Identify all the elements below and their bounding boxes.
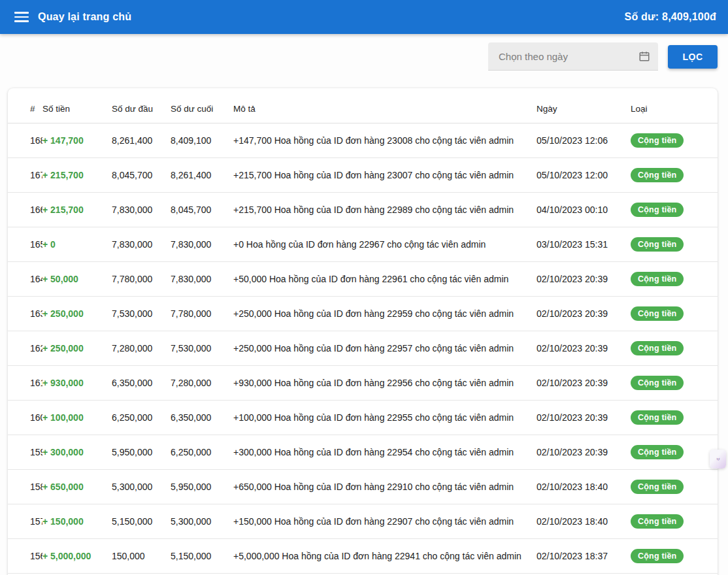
row-closing-balance: 7,830,000 bbox=[171, 262, 233, 297]
row-closing-balance: 8,045,700 bbox=[171, 193, 233, 227]
row-amount: + 0 bbox=[42, 227, 112, 262]
status-badge: Cộng tiền bbox=[631, 237, 684, 252]
row-amount: + 650,000 bbox=[42, 470, 112, 504]
table-row: 158 + 650,000 5,300,000 5,950,000 +650,0… bbox=[8, 470, 718, 504]
row-opening-balance: 150,000 bbox=[112, 539, 171, 574]
col-header-index: # bbox=[8, 88, 42, 123]
row-description: +0 Hoa hồng của ID đơn hàng 22967 cho cộ… bbox=[233, 227, 537, 262]
balance-label: Số dư: 8,409,100đ bbox=[625, 11, 716, 23]
row-opening-balance: 7,830,000 bbox=[112, 227, 171, 262]
status-badge: Cộng tiền bbox=[631, 549, 684, 563]
row-date: 02/10/2023 20:39 bbox=[537, 297, 631, 331]
row-description: +215,700 Hoa hồng của ID đơn hàng 23007 … bbox=[233, 158, 537, 193]
status-badge: Cộng tiền bbox=[631, 410, 684, 425]
row-date: 02/10/2023 20:39 bbox=[537, 401, 631, 435]
row-date: 05/10/2023 12:00 bbox=[537, 158, 631, 193]
row-opening-balance: 5,300,000 bbox=[112, 470, 171, 504]
row-amount: + 300,000 bbox=[42, 435, 112, 470]
row-description: +100,000 Hoa hồng của ID đơn hàng 22955 … bbox=[233, 401, 537, 435]
col-header-closing: Số dư cuối bbox=[171, 88, 233, 123]
row-index: 161 bbox=[8, 366, 42, 401]
row-description: +215,700 Hoa hồng của ID đơn hàng 22989 … bbox=[233, 193, 537, 227]
table-row: 163 + 250,000 7,530,000 7,780,000 +250,0… bbox=[8, 297, 718, 331]
calendar-icon[interactable] bbox=[638, 50, 650, 62]
row-index: 167 bbox=[8, 158, 42, 193]
row-index: 162 bbox=[8, 331, 42, 366]
row-amount: + 147,700 bbox=[42, 123, 112, 158]
row-opening-balance: 7,780,000 bbox=[112, 262, 171, 297]
row-closing-balance: 5,950,000 bbox=[171, 470, 233, 504]
back-to-home-link[interactable]: Quay lại trang chủ bbox=[38, 11, 131, 23]
filter-button[interactable]: LỌC bbox=[668, 45, 718, 69]
row-opening-balance: 8,261,400 bbox=[112, 123, 171, 158]
row-amount: + 5,000,000 bbox=[42, 539, 112, 574]
date-filter-input[interactable]: Chọn theo ngày bbox=[488, 42, 658, 71]
menu-icon[interactable] bbox=[14, 12, 29, 22]
row-date: 05/10/2023 12:06 bbox=[537, 123, 631, 158]
row-index: 168 bbox=[8, 123, 42, 158]
row-date: 02/10/2023 20:39 bbox=[537, 366, 631, 401]
row-amount: + 215,700 bbox=[42, 193, 112, 227]
row-closing-balance: 6,350,000 bbox=[171, 401, 233, 435]
row-date: 02/10/2023 18:40 bbox=[537, 504, 631, 539]
row-date: 02/10/2023 18:40 bbox=[537, 470, 631, 504]
col-header-type: Loại bbox=[631, 88, 718, 123]
row-index: 164 bbox=[8, 262, 42, 297]
row-date: 04/10/2023 00:10 bbox=[537, 193, 631, 227]
status-badge: Cộng tiền bbox=[631, 272, 684, 286]
table-row: 156 + 5,000,000 150,000 5,150,000 +5,000… bbox=[8, 539, 718, 574]
row-closing-balance: 8,409,100 bbox=[171, 123, 233, 158]
status-badge: Cộng tiền bbox=[631, 203, 684, 217]
table-row: 164 + 50,000 7,780,000 7,830,000 +50,000… bbox=[8, 262, 718, 297]
row-index: 166 bbox=[8, 193, 42, 227]
row-index: 157 bbox=[8, 504, 42, 539]
row-index: 163 bbox=[8, 297, 42, 331]
status-badge: Cộng tiền bbox=[631, 445, 684, 459]
status-badge: Cộng tiền bbox=[631, 341, 684, 355]
col-header-opening: Số dư đầu bbox=[112, 88, 171, 123]
table-row: 159 + 300,000 5,950,000 6,250,000 +300,0… bbox=[8, 435, 718, 470]
row-description: +5,000,000 Hoa hồng của ID đơn hàng 2294… bbox=[233, 539, 537, 574]
row-description: +650,000 Hoa hồng của ID đơn hàng 22910 … bbox=[233, 470, 537, 504]
row-index: 160 bbox=[8, 401, 42, 435]
table-row: 161 + 930,000 6,350,000 7,280,000 +930,0… bbox=[8, 366, 718, 401]
row-index: 159 bbox=[8, 435, 42, 470]
row-opening-balance: 7,280,000 bbox=[112, 331, 171, 366]
row-description: +250,000 Hoa hồng của ID đơn hàng 22957 … bbox=[233, 331, 537, 366]
transactions-body: 168 + 147,700 8,261,400 8,409,100 +147,7… bbox=[8, 123, 718, 575]
status-badge: Cộng tiền bbox=[631, 306, 684, 321]
table-row: 168 + 147,700 8,261,400 8,409,100 +147,7… bbox=[8, 123, 718, 158]
row-closing-balance: 5,150,000 bbox=[171, 539, 233, 574]
row-date: 02/10/2023 20:39 bbox=[537, 331, 631, 366]
table-row: 165 + 0 7,830,000 7,830,000 +0 Hoa hồng … bbox=[8, 227, 718, 262]
row-closing-balance: 6,250,000 bbox=[171, 435, 233, 470]
row-index: 156 bbox=[8, 539, 42, 574]
table-row: 162 + 250,000 7,280,000 7,530,000 +250,0… bbox=[8, 331, 718, 366]
row-opening-balance: 6,250,000 bbox=[112, 401, 171, 435]
row-amount: + 100,000 bbox=[42, 401, 112, 435]
row-closing-balance: 5,300,000 bbox=[171, 504, 233, 539]
transactions-card: # Số tiền Số dư đầu Số dư cuối Mô tả Ngà… bbox=[8, 88, 718, 575]
row-opening-balance: 7,830,000 bbox=[112, 193, 171, 227]
row-description: +250,000 Hoa hồng của ID đơn hàng 22959 … bbox=[233, 297, 537, 331]
filter-row: Chọn theo ngày LỌC bbox=[0, 34, 728, 80]
row-index: 158 bbox=[8, 470, 42, 504]
status-badge: Cộng tiền bbox=[631, 514, 684, 529]
date-filter-placeholder: Chọn theo ngày bbox=[499, 51, 638, 62]
row-opening-balance: 5,950,000 bbox=[112, 435, 171, 470]
side-widget-button[interactable]: ›.‹ bbox=[710, 450, 726, 468]
row-date: 02/10/2023 20:39 bbox=[537, 262, 631, 297]
row-date: 03/10/2023 15:31 bbox=[537, 227, 631, 262]
row-amount: + 50,000 bbox=[42, 262, 112, 297]
col-header-description: Mô tả bbox=[233, 88, 537, 123]
status-badge: Cộng tiền bbox=[631, 480, 684, 494]
row-date: 02/10/2023 20:39 bbox=[537, 435, 631, 470]
row-closing-balance: 7,830,000 bbox=[171, 227, 233, 262]
row-amount: + 215,700 bbox=[42, 158, 112, 193]
row-amount: + 150,000 bbox=[42, 504, 112, 539]
row-opening-balance: 7,530,000 bbox=[112, 297, 171, 331]
row-opening-balance: 5,150,000 bbox=[112, 504, 171, 539]
table-header-row: # Số tiền Số dư đầu Số dư cuối Mô tả Ngà… bbox=[8, 88, 718, 123]
row-amount: + 930,000 bbox=[42, 366, 112, 401]
row-description: +300,000 Hoa hồng của ID đơn hàng 22954 … bbox=[233, 435, 537, 470]
